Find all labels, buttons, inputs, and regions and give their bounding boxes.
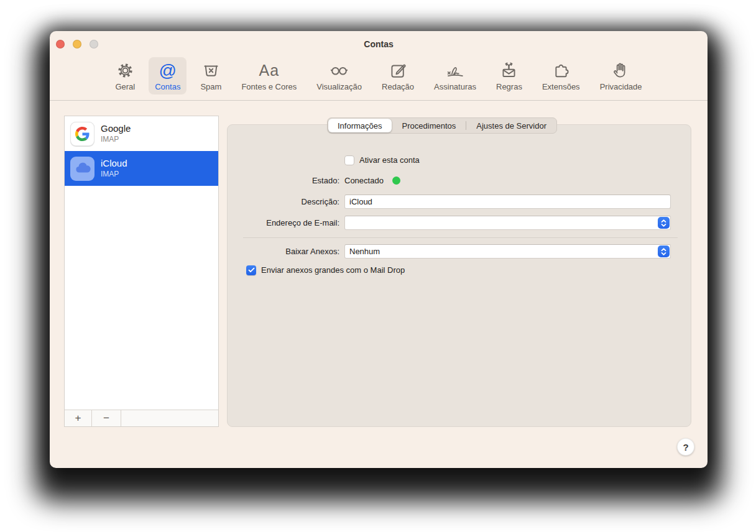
account-protocol: IMAP xyxy=(101,135,131,144)
maildrop-row: Enviar anexos grandes com o Mail Drop xyxy=(246,263,405,277)
attachments-label: Baixar Anexos: xyxy=(228,247,344,256)
description-input[interactable] xyxy=(344,195,671,209)
toolbar-item-label: Fontes e Cores xyxy=(241,82,297,91)
toolbar-item-label: Geral xyxy=(115,82,135,91)
toolbar-item-geral[interactable]: Geral xyxy=(109,57,141,94)
email-row: Endereço de E-mail: xyxy=(228,216,671,230)
junk-bin-icon xyxy=(201,59,221,82)
fonts-icon: Aa xyxy=(259,59,280,82)
help-button[interactable]: ? xyxy=(677,438,694,456)
toolbar-item-visualizacao[interactable]: Visualização xyxy=(310,57,368,94)
attachments-dropdown-value[interactable] xyxy=(344,244,671,259)
toolbar-item-label: Extensões xyxy=(542,82,580,91)
glasses-icon xyxy=(329,59,349,82)
maildrop-label: Enviar anexos grandes com o Mail Drop xyxy=(261,265,405,275)
toolbar-item-regras[interactable]: Regras xyxy=(490,57,528,94)
toolbar-item-label: Redação xyxy=(382,82,414,91)
footer-filler xyxy=(121,410,218,426)
hand-icon xyxy=(611,59,630,82)
window-title: Contas xyxy=(50,39,708,49)
accounts-list: Google IMAP iCloud IMAP xyxy=(65,116,218,410)
icloud-icon xyxy=(70,157,94,181)
add-account-button[interactable]: + xyxy=(65,410,92,426)
email-stepper-icon[interactable] xyxy=(658,217,670,229)
account-tabs: Informações Procedimentos Ajustes de Ser… xyxy=(327,117,557,134)
accounts-footer-bar: + − xyxy=(65,410,218,426)
preferences-toolbar: Geral @ Contas Spam xyxy=(50,57,708,101)
status-connected-dot xyxy=(392,177,400,185)
accounts-list-panel: Google IMAP iCloud IMAP xyxy=(64,116,219,427)
enable-account-row: Ativar esta conta xyxy=(344,153,420,167)
toolbar-item-contas[interactable]: @ Contas xyxy=(149,57,187,94)
signature-icon xyxy=(445,59,466,82)
toolbar-item-assinaturas[interactable]: Assinaturas xyxy=(428,57,482,94)
enable-account-label: Ativar esta conta xyxy=(359,155,420,165)
description-label: Descrição: xyxy=(228,197,344,206)
form-divider xyxy=(243,237,678,238)
rules-envelope-icon xyxy=(499,59,519,82)
remove-account-button[interactable]: − xyxy=(92,410,121,426)
preferences-window: Contas Geral @ Contas xyxy=(50,31,708,468)
enable-account-checkbox[interactable] xyxy=(344,155,354,165)
toolbar-item-privacidade[interactable]: Privacidade xyxy=(594,57,648,94)
download-attachments-row: Baixar Anexos: xyxy=(228,244,671,259)
at-icon: @ xyxy=(159,59,177,82)
account-protocol: IMAP xyxy=(101,170,127,179)
account-row-icloud[interactable]: iCloud IMAP xyxy=(65,151,218,186)
screenshot-stage: Contas Geral @ Contas xyxy=(0,0,756,532)
tab-procedimentos[interactable]: Procedimentos xyxy=(392,118,466,133)
description-row: Descrição: xyxy=(228,195,671,209)
toolbar-item-fontes[interactable]: Aa Fontes e Cores xyxy=(235,57,303,94)
compose-icon xyxy=(389,59,408,82)
toolbar-item-label: Assinaturas xyxy=(434,82,476,91)
account-row-google[interactable]: Google IMAP xyxy=(65,116,218,151)
toolbar-item-extensoes[interactable]: Extensões xyxy=(536,57,586,94)
email-combo-input[interactable] xyxy=(344,216,671,230)
attachments-dropdown[interactable] xyxy=(344,244,671,259)
toolbar-item-label: Privacidade xyxy=(600,82,642,91)
toolbar-item-redacao[interactable]: Redação xyxy=(376,57,420,94)
tab-informacoes[interactable]: Informações xyxy=(328,119,392,132)
toolbar-item-spam[interactable]: Spam xyxy=(194,57,228,94)
account-name: iCloud xyxy=(101,158,127,170)
account-name: Google xyxy=(101,123,131,135)
tab-ajustes-de-servidor[interactable]: Ajustes de Servidor xyxy=(466,118,556,133)
status-row: Estado: Conectado xyxy=(228,173,671,188)
status-value: Conectado xyxy=(344,176,384,185)
maildrop-checkbox[interactable] xyxy=(246,265,256,275)
toolbar-item-label: Regras xyxy=(496,82,522,91)
attachments-stepper-icon[interactable] xyxy=(658,245,670,257)
gear-icon xyxy=(116,59,135,82)
toolbar-item-label: Contas xyxy=(155,82,180,91)
titlebar: Contas xyxy=(50,31,708,57)
status-label: Estado: xyxy=(228,176,344,185)
email-label: Endereço de E-mail: xyxy=(228,218,344,227)
puzzle-icon xyxy=(551,59,571,82)
toolbar-item-label: Spam xyxy=(200,82,221,91)
toolbar-item-label: Visualização xyxy=(316,82,362,91)
account-info-panel: Ativar esta conta Estado: Conectado Desc… xyxy=(227,124,691,427)
google-logo-icon xyxy=(70,122,94,146)
